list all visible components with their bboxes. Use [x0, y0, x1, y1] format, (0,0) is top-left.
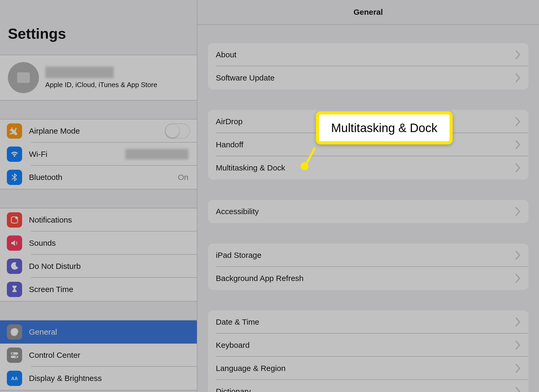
chevron-right-icon [515, 73, 521, 82]
detail-row-multitasking[interactable]: Multitasking & Dock [208, 156, 528, 179]
chevron-right-icon [515, 318, 521, 326]
general-label: General [29, 328, 190, 336]
wifi-value-redacted [125, 149, 188, 159]
detail-group-0: About Software Update [208, 43, 528, 89]
accessibility-label: Accessibility [216, 207, 515, 216]
moon-icon [7, 259, 22, 274]
avatar [8, 62, 39, 93]
general-detail-pane: General About Software Update AirDrop [197, 0, 539, 392]
gear-icon [7, 324, 22, 340]
svg-text:AA: AA [11, 376, 18, 381]
svg-point-3 [12, 353, 13, 354]
chevron-right-icon [515, 387, 521, 392]
hourglass-icon [7, 282, 22, 297]
sidebar-item-general[interactable]: General [0, 320, 197, 344]
settings-title: Settings [0, 0, 197, 55]
keyboard-label: Keyboard [216, 341, 515, 350]
chevron-right-icon [515, 274, 521, 283]
airplane-label: Airplane Mode [29, 127, 165, 135]
detail-row-keyboard[interactable]: Keyboard [208, 334, 528, 357]
sidebar-item-notifications[interactable]: Notifications [0, 208, 197, 232]
dnd-label: Do Not Disturb [29, 262, 190, 271]
notifications-label: Notifications [29, 215, 190, 224]
account-name-redacted [45, 67, 114, 78]
notifications-icon [7, 212, 22, 228]
detail-group-1: AirDrop Handoff Multitasking & Dock [208, 110, 528, 179]
svg-point-1 [15, 217, 18, 219]
handoff-label: Handoff [216, 140, 515, 149]
detail-row-langregion[interactable]: Language & Region [208, 357, 528, 380]
chevron-right-icon [515, 50, 521, 59]
detail-row-dictionary[interactable]: Dictionary [208, 380, 528, 392]
bluetooth-value: On [178, 173, 188, 182]
ipadstorage-label: iPad Storage [216, 251, 515, 260]
display-label: Display & Brightness [29, 374, 190, 383]
sounds-icon [7, 235, 22, 251]
airdrop-label: AirDrop [216, 117, 515, 126]
datetime-label: Date & Time [216, 318, 515, 326]
sidebar-item-sounds[interactable]: Sounds [0, 232, 197, 255]
sidebar-group-connectivity: Airplane Mode Wi-Fi Bluetooth On [0, 119, 197, 189]
sidebar-item-display[interactable]: AA Display & Brightness [0, 367, 197, 390]
dictionary-label: Dictionary [216, 387, 515, 392]
multitasking-label: Multitasking & Dock [216, 163, 515, 172]
display-icon: AA [7, 371, 22, 386]
sounds-label: Sounds [29, 239, 190, 248]
sidebar-item-dnd[interactable]: Do Not Disturb [0, 255, 197, 278]
bgrefresh-label: Background App Refresh [216, 274, 515, 283]
bluetooth-label: Bluetooth [29, 173, 178, 182]
airplane-toggle[interactable] [165, 123, 190, 139]
detail-row-about[interactable]: About [208, 43, 528, 66]
sidebar-item-controlcenter[interactable]: Control Center [0, 344, 197, 367]
settings-sidebar: Settings Apple ID, iCloud, iTunes & App … [0, 0, 197, 392]
chevron-right-icon [515, 140, 521, 149]
svg-point-5 [16, 356, 17, 358]
toggle-icon [7, 348, 22, 363]
chevron-right-icon [515, 163, 521, 172]
bluetooth-icon [7, 170, 22, 185]
wifi-icon [7, 147, 22, 162]
account-text: Apple ID, iCloud, iTunes & App Store [45, 67, 157, 89]
chevron-right-icon [515, 117, 521, 126]
detail-title: General [353, 8, 383, 17]
sidebar-group-system: General Control Center AA Display & Brig… [0, 320, 197, 390]
chevron-right-icon [515, 341, 521, 350]
detail-row-ipadstorage[interactable]: iPad Storage [208, 244, 528, 267]
detail-row-handoff[interactable]: Handoff [208, 133, 528, 156]
detail-group-2: Accessibility [208, 200, 528, 223]
sidebar-item-wifi[interactable]: Wi-Fi [0, 143, 197, 166]
softwareupdate-label: Software Update [216, 73, 515, 82]
detail-row-airdrop[interactable]: AirDrop [208, 110, 528, 133]
wifi-label: Wi-Fi [29, 150, 125, 159]
sidebar-item-appleid[interactable]: Apple ID, iCloud, iTunes & App Store [0, 55, 197, 100]
chevron-right-icon [515, 207, 521, 216]
airplane-icon [7, 123, 22, 139]
detail-row-accessibility[interactable]: Accessibility [208, 200, 528, 223]
sidebar-item-screentime[interactable]: Screen Time [0, 278, 197, 301]
sidebar-item-airplane[interactable]: Airplane Mode [0, 119, 197, 143]
detail-row-softwareupdate[interactable]: Software Update [208, 66, 528, 89]
chevron-right-icon [515, 364, 521, 373]
sidebar-item-bluetooth[interactable]: Bluetooth On [0, 166, 197, 189]
detail-group-4: Date & Time Keyboard Language & Region D… [208, 310, 528, 392]
controlcenter-label: Control Center [29, 351, 190, 360]
sidebar-group-alerts: Notifications Sounds Do Not Disturb Scre… [0, 208, 197, 301]
about-label: About [216, 50, 515, 59]
langregion-label: Language & Region [216, 364, 515, 373]
detail-group-3: iPad Storage Background App Refresh [208, 244, 528, 290]
detail-header: General [197, 0, 539, 25]
detail-row-bgrefresh[interactable]: Background App Refresh [208, 267, 528, 290]
account-subtitle: Apple ID, iCloud, iTunes & App Store [45, 81, 157, 89]
detail-row-datetime[interactable]: Date & Time [208, 310, 528, 334]
screentime-label: Screen Time [29, 285, 190, 294]
chevron-right-icon [515, 251, 521, 260]
